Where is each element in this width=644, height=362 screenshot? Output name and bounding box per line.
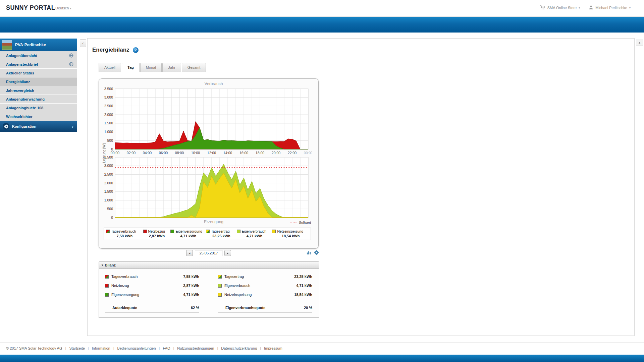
legend-item: Eigenverbrauch 4,71 kWh bbox=[237, 229, 272, 238]
footer-link-datenschutzerklaerung[interactable]: Datenschutzerklärung bbox=[214, 346, 257, 350]
footer-link-startseite[interactable]: Startseite bbox=[62, 346, 85, 350]
eigenversorgung-swatch bbox=[105, 293, 109, 297]
svg-text:2.000: 2.000 bbox=[104, 181, 113, 185]
sidebar-item-wechselrichter[interactable]: Wechselrichter bbox=[0, 112, 77, 121]
sollwert-legend: Sollwert bbox=[290, 221, 311, 225]
footer-link-impressum[interactable]: Impressum bbox=[257, 346, 282, 350]
svg-text:00:00: 00:00 bbox=[111, 151, 119, 155]
svg-text:16:00: 16:00 bbox=[239, 151, 248, 155]
plant-selector[interactable]: PVA-Perlitschke bbox=[0, 39, 77, 51]
eigenverbrauchsquote-row: Eigenverbrauchsquote 20 % bbox=[218, 303, 312, 313]
footer-link-information[interactable]: Information bbox=[85, 346, 110, 350]
language-selector[interactable]: Deutsch ▾ bbox=[55, 6, 71, 10]
sidebar-item-label: Anlagenüberwachung bbox=[6, 97, 45, 101]
sidebar-item-label: Anlagenübersicht bbox=[6, 54, 37, 58]
sunny-portal-logo: SUNNY PORTAL bbox=[6, 4, 55, 11]
svg-text:0: 0 bbox=[111, 216, 113, 219]
tab-gesamt[interactable]: Gesamt bbox=[182, 63, 206, 72]
next-day-button[interactable]: ▸ bbox=[224, 250, 231, 256]
svg-text:10:00: 10:00 bbox=[191, 151, 200, 155]
tagesverbrauch-swatch bbox=[105, 275, 109, 279]
refresh-gear-icon[interactable] bbox=[313, 249, 319, 255]
user-name: Michael Perlitschke bbox=[595, 6, 627, 10]
tab-aktuell[interactable]: Aktuell bbox=[99, 63, 121, 72]
eigenverbrauch-swatch bbox=[237, 230, 240, 233]
svg-text:1.000: 1.000 bbox=[104, 198, 113, 202]
netzbezug-swatch bbox=[143, 230, 147, 233]
globe-icon bbox=[69, 53, 73, 58]
legend-item: Tagesverbrauch 7,58 kWh bbox=[106, 229, 143, 238]
bilanz-row: Eigenverbrauch 4,71 kWh bbox=[218, 281, 312, 290]
sidebar-item-energiebilanz[interactable]: Energiebilanz bbox=[0, 77, 77, 86]
date-input[interactable] bbox=[195, 250, 222, 256]
chart-legend: Tagesverbrauch 7,58 kWh Netzbezug 2,87 k… bbox=[104, 228, 311, 240]
svg-text:06:00: 06:00 bbox=[159, 151, 168, 155]
sidebar-item-aktueller-status[interactable]: Aktueller Status bbox=[0, 69, 77, 77]
legend-item: Netzeinspeisung 18,54 kWh bbox=[272, 229, 309, 238]
svg-text:3.500: 3.500 bbox=[104, 87, 113, 91]
bilanz-panel: ▾ Bilanz Tagesverbrauch 7,58 kWh Netzbez… bbox=[99, 261, 319, 318]
svg-text:14:00: 14:00 bbox=[223, 151, 232, 155]
help-icon[interactable]: ? bbox=[133, 47, 139, 53]
sidebar-item-label: Anlagensteckbrief bbox=[6, 62, 38, 66]
tab-tag[interactable]: Tag bbox=[122, 63, 140, 72]
svg-text:02:00: 02:00 bbox=[127, 151, 136, 155]
svg-text:1.500: 1.500 bbox=[104, 189, 113, 193]
top-bar: SUNNY PORTAL Deutsch ▾ SMA Online Store … bbox=[0, 0, 644, 17]
period-tabs: Aktuell Tag Monat Jahr Gesamt bbox=[99, 63, 206, 72]
user-menu[interactable]: Michael Perlitschke ▾ bbox=[589, 5, 631, 10]
globe-icon bbox=[69, 62, 73, 66]
collapse-sidebar-button[interactable]: ‹ bbox=[80, 39, 86, 47]
header-band bbox=[0, 17, 644, 33]
chevron-down-icon: ▾ bbox=[579, 6, 580, 9]
svg-text:22:00: 22:00 bbox=[288, 151, 297, 155]
generation-chart-title: Erzeugung bbox=[117, 220, 310, 224]
bottom-bar bbox=[0, 355, 644, 362]
bilanz-header[interactable]: ▾ Bilanz bbox=[99, 261, 319, 269]
chart-settings-icon[interactable] bbox=[306, 249, 312, 255]
footer-link-nutzungsbedingungen[interactable]: Nutzungsbedingungen bbox=[170, 346, 214, 350]
sidebar: PVA-Perlitschke Anlagenübersicht Anlagen… bbox=[0, 33, 77, 343]
page-title: Energiebilanz bbox=[92, 47, 129, 53]
sidebar-item-anlagenueberwachung[interactable]: Anlagenüberwachung bbox=[0, 95, 77, 104]
plant-name: PVA-Perlitschke bbox=[15, 43, 46, 47]
sidebar-item-label: Aktueller Status bbox=[6, 71, 34, 75]
eigenverbrauch-swatch bbox=[218, 284, 222, 288]
netzeinspeisung-swatch bbox=[218, 293, 222, 297]
svg-text:00:00: 00:00 bbox=[304, 151, 312, 155]
tab-monat[interactable]: Monat bbox=[140, 63, 162, 72]
svg-text:2.500: 2.500 bbox=[104, 104, 113, 108]
date-navigation: ◂ ▸ bbox=[99, 250, 319, 256]
sidebar-item-jahresvergleich[interactable]: Jahresvergleich bbox=[0, 86, 77, 95]
footer-link-bedienungsanleitungen[interactable]: Bedienungsanleitungen bbox=[110, 346, 156, 350]
bilanz-row: Tagesverbrauch 7,58 kWh bbox=[105, 272, 199, 281]
cart-icon bbox=[540, 5, 545, 10]
sidebar-item-label: Wechselrichter bbox=[6, 115, 33, 119]
scroll-up-button[interactable]: ▴ bbox=[636, 39, 643, 46]
bilanz-title: Bilanz bbox=[105, 263, 116, 267]
legend-item: Netzbezug 2,87 kWh bbox=[143, 229, 171, 238]
bilanz-row: Netzbezug 2,87 kWh bbox=[105, 281, 199, 290]
sma-online-store-link[interactable]: SMA Online Store ▾ bbox=[540, 5, 580, 10]
consumption-chart-title: Verbrauch bbox=[117, 81, 310, 86]
config-label: Konfiguration bbox=[12, 124, 36, 128]
previous-day-button[interactable]: ◂ bbox=[186, 250, 193, 256]
svg-text:1.000: 1.000 bbox=[104, 130, 113, 134]
netzbezug-swatch bbox=[105, 284, 109, 288]
footer-link-faq[interactable]: FAQ bbox=[156, 346, 170, 350]
sidebar-item-anlagenlogbuch[interactable]: Anlagenlogbuch: 108 bbox=[0, 104, 77, 112]
chevron-right-icon: › bbox=[72, 124, 73, 129]
sollwert-label: Sollwert bbox=[299, 221, 311, 225]
sollwert-line-icon bbox=[290, 223, 297, 223]
tab-jahr[interactable]: Jahr bbox=[162, 63, 181, 72]
sidebar-item-anlagenuebersicht[interactable]: Anlagenübersicht bbox=[0, 51, 77, 60]
svg-text:2.500: 2.500 bbox=[104, 172, 113, 176]
svg-text:08:00: 08:00 bbox=[175, 151, 184, 155]
sidebar-item-anlagensteckbrief[interactable]: Anlagensteckbrief bbox=[0, 60, 77, 69]
sidebar-item-label: Energiebilanz bbox=[6, 80, 30, 84]
gear-icon bbox=[3, 123, 9, 130]
user-icon bbox=[589, 5, 593, 10]
bilanz-row: Eigenversorgung 4,71 kWh bbox=[105, 290, 199, 299]
y-axis-label: Leistung [W] bbox=[102, 138, 106, 168]
sidebar-item-konfiguration[interactable]: Konfiguration › bbox=[0, 121, 77, 132]
